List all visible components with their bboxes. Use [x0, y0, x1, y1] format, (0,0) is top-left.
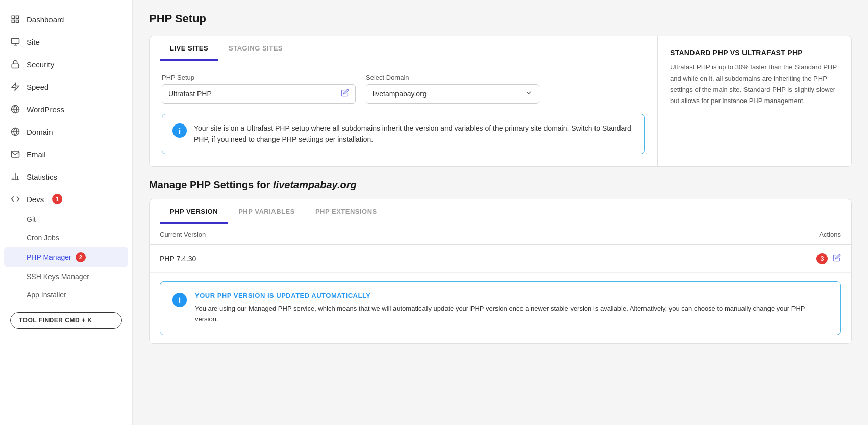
devs-badge: 1	[52, 194, 62, 204]
php-setup-card: LIVE SITES STAGING SITES PHP Setup	[149, 36, 852, 167]
sidebar-item-statistics[interactable]: Statistics	[0, 165, 132, 188]
auto-update-title: YOUR PHP VERSION IS UPDATED AUTOMATICALL…	[195, 292, 828, 299]
svg-rect-7	[12, 64, 19, 68]
php-setup-group: PHP Setup	[162, 73, 356, 104]
sub-items: Git Cron Jobs PHP Manager 2 SSH Keys Man…	[0, 210, 132, 304]
sidebar-item-label: Email	[27, 150, 46, 159]
manage-title-prefix: Manage PHP Settings for	[149, 179, 270, 190]
version-table-header: Current Version Actions	[150, 224, 851, 245]
info-message: Your site is on a Ultrafast PHP setup wh…	[194, 122, 634, 145]
version-row: PHP 7.4.30 3	[150, 245, 851, 273]
php-setup-input[interactable]	[168, 85, 341, 103]
php-settings-card: PHP VERSION PHP VARIABLES PHP EXTENSIONS…	[149, 199, 852, 344]
auto-update-text: You are using our Managed PHP service, w…	[195, 304, 828, 325]
tab-live-sites[interactable]: LIVE SITES	[160, 36, 218, 61]
sidebar-item-label: Statistics	[27, 172, 57, 181]
tab-php-variables[interactable]: PHP VARIABLES	[228, 199, 305, 224]
right-panel-text: Ultrafast PHP is up to 30% faster than t…	[670, 62, 839, 107]
sub-item-label: App Installer	[27, 291, 66, 299]
sidebar-item-label: Domain	[27, 128, 53, 136]
auto-update-box: i YOUR PHP VERSION IS UPDATED AUTOMATICA…	[160, 281, 841, 336]
setup-card-body: PHP Setup Select Domain	[150, 61, 657, 166]
version-actions: 3	[816, 253, 841, 264]
edit-version-icon[interactable]	[833, 254, 841, 264]
select-domain[interactable]: livetampabay.org	[373, 85, 525, 103]
sidebar-item-dashboard[interactable]: Dashboard	[0, 8, 132, 31]
sub-item-label: SSH Keys Manager	[27, 272, 89, 281]
tab-staging-sites[interactable]: STAGING SITES	[218, 36, 293, 61]
sidebar-item-speed[interactable]: Speed	[0, 76, 132, 98]
edit-icon[interactable]	[341, 89, 349, 99]
page-title: PHP Setup	[149, 12, 852, 26]
sidebar-item-php-manager[interactable]: PHP Manager 2	[4, 247, 128, 267]
code-icon	[10, 194, 20, 204]
manage-title: Manage PHP Settings for livetampabay.org	[149, 179, 852, 191]
lock-icon	[10, 59, 20, 69]
globe-icon	[10, 127, 20, 137]
right-panel: STANDARD PHP VS ULTRAFAST PHP Ultrafast …	[657, 36, 851, 166]
main-content: PHP Setup LIVE SITES STAGING SITES PHP S…	[133, 0, 868, 425]
tab-php-version[interactable]: PHP VERSION	[160, 199, 228, 224]
sidebar: Dashboard Site Security Speed WordPress …	[0, 0, 133, 425]
sidebar-item-wordpress[interactable]: WordPress	[0, 98, 132, 120]
sidebar-item-app-installer[interactable]: App Installer	[0, 286, 132, 304]
php-setup-input-wrapper[interactable]	[162, 84, 356, 104]
select-domain-wrapper[interactable]: livetampabay.org	[366, 84, 539, 104]
php-setup-label: PHP Setup	[162, 73, 356, 81]
sidebar-item-label: Site	[27, 38, 40, 46]
right-panel-title: STANDARD PHP VS ULTRAFAST PHP	[670, 48, 839, 57]
svg-rect-2	[12, 20, 14, 23]
sidebar-item-domain[interactable]: Domain	[0, 120, 132, 143]
sub-item-label: Cron Jobs	[27, 234, 59, 242]
manage-domain: livetampabay.org	[273, 179, 357, 190]
sidebar-item-devs[interactable]: Devs 1	[0, 188, 132, 210]
sidebar-item-label: Speed	[27, 83, 48, 91]
tab-php-extensions[interactable]: PHP EXTENSIONS	[305, 199, 387, 224]
ultrafast-info-box: i Your site is on a Ultrafast PHP setup …	[162, 114, 645, 154]
sidebar-item-git[interactable]: Git	[0, 210, 132, 229]
form-row: PHP Setup Select Domain	[162, 73, 645, 104]
sub-item-label: PHP Manager	[27, 253, 71, 261]
sidebar-item-label: Security	[27, 60, 54, 69]
tool-finder-label: TOOL FINDER CMD + K	[19, 317, 92, 324]
sidebar-item-label: Devs	[27, 195, 44, 204]
sidebar-item-email[interactable]: Email	[0, 143, 132, 165]
wp-icon	[10, 104, 20, 114]
mail-icon	[10, 149, 20, 159]
zap-icon	[10, 82, 20, 92]
sidebar-item-ssh-keys[interactable]: SSH Keys Manager	[0, 267, 132, 286]
version-action-badge: 3	[816, 253, 828, 264]
sidebar-item-cron-jobs[interactable]: Cron Jobs	[0, 229, 132, 247]
php-manager-badge: 2	[76, 252, 86, 262]
svg-rect-4	[12, 38, 19, 44]
info-icon: i	[172, 123, 187, 138]
svg-rect-1	[16, 16, 19, 18]
grid-icon	[10, 14, 20, 24]
chart-icon	[10, 171, 20, 182]
current-version-value: PHP 7.4.30	[160, 255, 196, 263]
tool-finder-button[interactable]: TOOL FINDER CMD + K	[10, 312, 122, 329]
chevron-down-icon	[525, 89, 533, 99]
header-current-version: Current Version	[160, 231, 206, 238]
main-panel: LIVE SITES STAGING SITES PHP Setup	[150, 36, 657, 166]
manage-tabs: PHP VERSION PHP VARIABLES PHP EXTENSIONS	[150, 199, 851, 224]
auto-update-icon: i	[172, 293, 187, 307]
monitor-icon	[10, 37, 20, 47]
svg-rect-3	[16, 20, 19, 23]
sidebar-item-site[interactable]: Site	[0, 31, 132, 53]
auto-update-content: YOUR PHP VERSION IS UPDATED AUTOMATICALL…	[195, 292, 828, 325]
svg-marker-8	[12, 83, 19, 91]
sidebar-item-label: WordPress	[27, 105, 64, 114]
setup-tabs: LIVE SITES STAGING SITES	[150, 36, 657, 61]
sub-item-label: Git	[27, 215, 36, 223]
select-domain-label: Select Domain	[366, 73, 539, 81]
svg-rect-0	[12, 16, 14, 18]
select-domain-group: Select Domain livetampabay.org	[366, 73, 539, 104]
card-layout: LIVE SITES STAGING SITES PHP Setup	[150, 36, 851, 166]
sidebar-item-security[interactable]: Security	[0, 53, 132, 76]
sidebar-item-label: Dashboard	[27, 15, 64, 24]
header-actions: Actions	[819, 231, 841, 238]
